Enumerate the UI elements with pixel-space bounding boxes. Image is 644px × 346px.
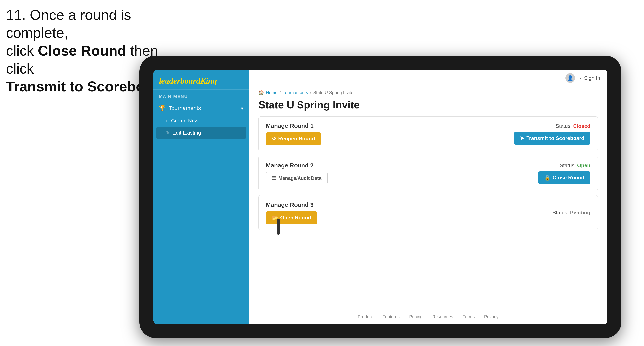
close-round-label: Close Round [552,174,584,181]
tablet-screen: leaderboardKing MAIN MENU 🏆 Tournaments … [153,70,607,324]
status-value-2: Open [577,163,590,169]
breadcrumb-sep2: / [310,90,311,95]
footer-features[interactable]: Features [382,314,400,319]
page-title: State U Spring Invite [249,97,607,116]
manage-audit-label: Manage/Audit Data [278,175,322,181]
logo-text-king: King [200,76,217,85]
plus-icon: + [165,118,168,124]
audit-icon: ☰ [272,175,276,181]
footer-terms[interactable]: Terms [463,314,475,319]
breadcrumb-sep1: / [280,90,281,95]
footer-privacy[interactable]: Privacy [484,314,498,319]
footer: Product Features Pricing Resources Terms… [249,309,607,324]
footer-pricing[interactable]: Pricing [409,314,422,319]
transmit-label: Transmit to Scoreboard [526,135,584,141]
round-1-status: Status: Closed [556,123,590,129]
open-round-label: Open Round [280,214,311,221]
logo-text-leaderboard: leaderboard [159,76,200,85]
transmit-to-scoreboard-button[interactable]: ➤ Transmit to Scoreboard [514,132,590,145]
sidebar-item-create-new[interactable]: + Create New [153,115,249,127]
breadcrumb-home[interactable]: Home [266,90,278,95]
sign-in-label: → [577,75,582,81]
status-value-1: Closed [573,123,590,129]
create-new-label: Create New [171,118,198,124]
round-3-right: Status: Pending [552,210,590,216]
round-2-left: Manage Round 2 ☰ Manage/Audit Data [266,162,328,184]
edit-existing-label: Edit Existing [172,130,201,136]
tablet-device: leaderboardKing MAIN MENU 🏆 Tournaments … [140,56,621,338]
sidebar-item-tournaments[interactable]: 🏆 Tournaments [153,101,249,115]
round-2-status: Status: Open [560,163,590,169]
breadcrumb: 🏠 Home / Tournaments / State U Spring In… [249,86,607,97]
breadcrumb-current: State U Spring Invite [313,90,354,95]
close-round-button[interactable]: 🔒 Close Round [538,172,590,184]
reopen-round-label: Reopen Round [278,136,315,142]
status-label-1: Status: [556,123,572,129]
open-round-button[interactable]: 📂 Open Round [266,211,317,224]
round-3-title: Manage Round 3 [266,201,317,208]
status-label-3: Status: [552,210,568,215]
sidebar: leaderboardKing MAIN MENU 🏆 Tournaments … [153,70,249,324]
round-1-left: Manage Round 1 ↺ Reopen Round [266,123,321,145]
sidebar-item-edit-existing[interactable]: ✎ Edit Existing [156,127,246,139]
round-3-section: Manage Round 3 📂 Open Round Status: Pend… [258,195,598,230]
round-1-title: Manage Round 1 [266,123,321,129]
edit-icon: ✎ [165,130,170,136]
trophy-icon: 🏆 [159,105,166,111]
manage-audit-data-button[interactable]: ☰ Manage/Audit Data [266,172,328,184]
round-2-section: Manage Round 2 ☰ Manage/Audit Data Statu… [258,156,598,190]
main-content: 👤 → Sign In 🏠 Home / Tournaments / State… [249,70,607,324]
round-1-right: Status: Closed ➤ Transmit to Scoreboard [514,123,590,145]
avatar: 👤 [565,73,575,83]
menu-label: MAIN MENU [153,90,249,101]
tournaments-label: Tournaments [169,105,201,111]
status-label-2: Status: [560,163,576,169]
footer-resources[interactable]: Resources [432,314,453,319]
round-2-title: Manage Round 2 [266,162,328,169]
app-logo: leaderboardKing [153,70,249,90]
round-3-left: Manage Round 3 📂 Open Round [266,201,317,224]
tablet-side-button [277,219,280,235]
reopen-round-button[interactable]: ↺ Reopen Round [266,133,321,145]
status-value-3: Pending [570,210,590,215]
round-3-status: Status: Pending [552,210,590,216]
round-1-section: Manage Round 1 ↺ Reopen Round Status: Cl… [258,116,598,151]
rounds-container: Manage Round 1 ↺ Reopen Round Status: Cl… [249,116,607,309]
sign-in-button[interactable]: 👤 → Sign In [565,73,600,83]
home-icon: 🏠 [258,90,264,95]
reopen-icon: ↺ [272,136,276,142]
top-bar: 👤 → Sign In [249,70,607,86]
sign-in-text: Sign In [584,75,600,81]
close-icon: 🔒 [544,174,550,181]
footer-product[interactable]: Product [358,314,373,319]
round-2-right: Status: Open 🔒 Close Round [538,163,590,184]
transmit-icon: ➤ [520,135,524,141]
breadcrumb-tournaments[interactable]: Tournaments [283,90,308,95]
chevron-down-icon [241,105,243,111]
